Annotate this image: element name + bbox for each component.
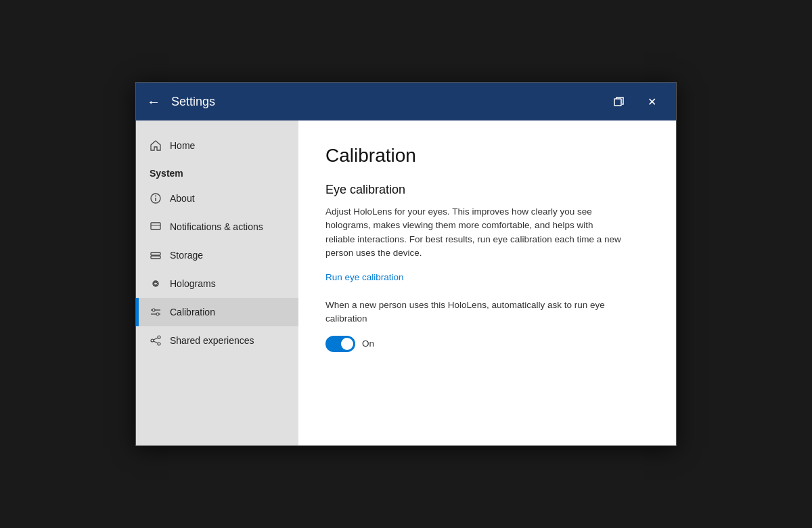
home-icon [150,139,162,152]
settings-window: ← Settings ✕ Home [135,82,677,446]
restore-icon [614,96,625,107]
sidebar-section-system: System [136,160,298,184]
sidebar-calibration-label: Calibration [170,307,215,317]
holograms-icon [150,278,162,290]
sidebar-storage-label: Storage [170,250,203,261]
sidebar-item-shared[interactable]: Shared experiences [136,326,298,355]
sidebar-item-calibration[interactable]: Calibration [136,298,298,326]
description-text: Adjust HoloLens for your eyes. This impr… [325,205,623,260]
back-button[interactable]: ← [147,94,160,110]
svg-line-18 [154,338,158,340]
svg-rect-6 [151,252,160,255]
svg-rect-7 [151,256,160,259]
toggle-track [325,336,355,352]
close-button[interactable]: ✕ [638,88,665,115]
titlebar: ← Settings ✕ [136,83,676,120]
storage-icon [150,249,162,261]
svg-point-14 [156,313,159,315]
sidebar-home-label: Home [170,140,195,151]
auto-calibration-toggle[interactable] [325,336,355,352]
sidebar: Home System About [136,120,298,445]
sidebar-holograms-label: Holograms [170,278,216,289]
toggle-label: On [362,338,374,349]
page-title: Calibration [325,145,649,167]
svg-point-17 [158,343,160,345]
svg-point-3 [155,196,156,197]
svg-point-13 [152,309,155,311]
svg-rect-4 [151,223,160,229]
sidebar-item-about[interactable]: About [136,184,298,213]
window-title: Settings [171,95,606,109]
shared-icon [150,334,162,347]
toggle-thumb [341,338,353,350]
sidebar-item-storage[interactable]: Storage [136,241,298,269]
svg-point-15 [151,339,154,342]
sidebar-item-notifications[interactable]: Notifications & actions [136,213,298,241]
sidebar-shared-label: Shared experiences [170,335,254,346]
main-content: Home System About [136,120,676,445]
content-pane: Calibration Eye calibration Adjust HoloL… [298,120,676,445]
svg-rect-0 [614,99,621,106]
sidebar-item-holograms[interactable]: Holograms [136,269,298,298]
notifications-icon [150,221,162,233]
titlebar-actions: ✕ [606,88,665,115]
sidebar-about-label: About [170,193,195,204]
sidebar-notifications-label: Notifications & actions [170,221,263,232]
svg-line-19 [154,341,158,343]
toggle-row: On [325,336,649,352]
about-icon [150,192,162,204]
calibration-icon [150,306,162,318]
run-calibration-link[interactable]: Run eye calibration [325,272,404,282]
section-title: Eye calibration [325,183,649,197]
svg-point-16 [158,336,160,338]
restore-button[interactable] [606,88,633,115]
auto-calibration-label: When a new person uses this HoloLens, au… [325,299,623,326]
sidebar-item-home[interactable]: Home [136,131,298,160]
